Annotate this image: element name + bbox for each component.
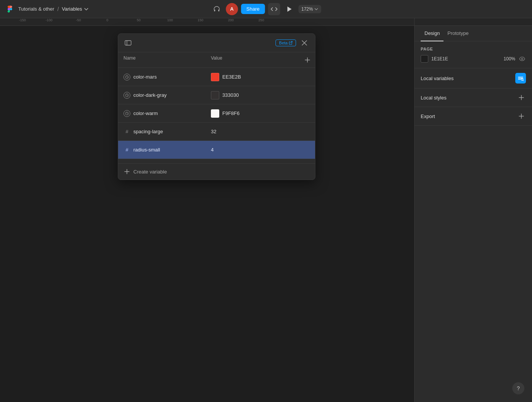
local-styles-add-button[interactable]	[517, 93, 526, 102]
variable-name: color-warm	[133, 110, 158, 116]
create-variable-plus-icon	[124, 168, 130, 175]
row-value-cell: 4	[206, 147, 300, 153]
ruler-container: -150 -100 -50 0 50 100 150 200 250	[0, 18, 532, 26]
modal-header-right: Beta	[276, 38, 310, 48]
visibility-icon[interactable]	[518, 55, 526, 63]
variables-icon	[518, 76, 524, 81]
ruler-mark: 150	[198, 18, 203, 22]
help-label: ?	[517, 385, 520, 391]
zoom-button[interactable]: 172%	[298, 5, 321, 13]
color-swatch[interactable]	[211, 91, 219, 99]
play-icon	[287, 6, 292, 12]
plus-icon	[305, 57, 310, 63]
page-color-swatch[interactable]	[421, 55, 428, 63]
ruler-mark: 100	[167, 18, 173, 22]
chevron-down-icon	[84, 6, 89, 12]
ruler-mark: -100	[46, 18, 52, 22]
variable-name: color-dark-gray	[133, 92, 166, 98]
page-color-opacity[interactable]: 100%	[504, 56, 515, 61]
col-value-header: Value	[206, 55, 300, 65]
page-title: Variables	[62, 6, 82, 12]
color-variable-icon	[124, 92, 130, 99]
table-row[interactable]: # spacing-large 32	[118, 123, 315, 141]
svg-rect-1	[218, 9, 219, 11]
row-value-cell: 333030	[206, 91, 300, 99]
share-button[interactable]: Share	[241, 4, 265, 14]
topbar: Tutorials & other / Variables A Share	[0, 0, 532, 18]
svg-rect-2	[125, 41, 131, 45]
ruler-mark: 50	[137, 18, 141, 22]
number-variable-icon: #	[124, 147, 130, 153]
variable-value: F9F8F6	[222, 110, 240, 116]
local-variables-button[interactable]	[515, 73, 526, 84]
headphone-button[interactable]	[211, 3, 223, 15]
topbar-left: Tutorials & other / Variables	[5, 4, 89, 14]
color-swatch[interactable]	[211, 73, 219, 81]
export-add-button[interactable]	[517, 112, 526, 121]
beta-badge[interactable]: Beta	[276, 39, 296, 46]
table-header: Name Value	[118, 52, 315, 68]
svg-point-7	[521, 58, 523, 60]
export-section: Export	[415, 107, 532, 126]
row-name-cell: # radius-small	[118, 147, 206, 153]
modal-header: Beta	[118, 34, 315, 52]
local-styles-section: Local styles	[415, 88, 532, 107]
ruler: -150 -100 -50 0 50 100 150 200 250	[0, 18, 414, 26]
row-name-cell: color-warm	[118, 110, 206, 117]
modal-close-button[interactable]	[299, 38, 310, 48]
plus-icon	[519, 95, 524, 100]
headphone-icon	[213, 5, 220, 13]
play-button[interactable]	[283, 3, 295, 15]
ruler-mark: -50	[76, 18, 81, 22]
variable-name: color-mars	[133, 74, 157, 80]
sidebar-icon	[125, 40, 131, 46]
variable-value: 4	[211, 147, 214, 153]
table-row[interactable]: # radius-small 4	[118, 141, 315, 159]
breadcrumb-project[interactable]: Tutorials & other	[18, 6, 54, 12]
row-name-cell: color-mars	[118, 74, 206, 80]
ruler-mark: 250	[258, 18, 264, 22]
page-section: Page 1E1E1E 100%	[415, 41, 532, 68]
table-row[interactable]: color-warm F9F8F6	[118, 104, 315, 123]
local-variables-section: Local variables	[415, 68, 532, 88]
tab-prototype[interactable]: Prototype	[443, 26, 472, 41]
plus-icon	[519, 114, 524, 119]
variables-modal: Beta Name Value	[118, 33, 315, 180]
modal-header-left	[124, 38, 133, 47]
spacer-row	[118, 159, 315, 164]
col-action-header	[300, 55, 315, 65]
variable-name: radius-small	[133, 147, 160, 153]
code-button[interactable]	[268, 3, 280, 15]
row-name-cell: # spacing-large	[118, 128, 206, 135]
row-value-cell: EE3E2B	[206, 73, 300, 81]
table-row[interactable]: color-mars EE3E2B	[118, 68, 315, 86]
ruler-side	[414, 18, 532, 26]
canvas[interactable]: Beta Name Value	[0, 26, 414, 402]
svg-rect-0	[214, 9, 215, 11]
table-row[interactable]: color-dark-gray 333030	[118, 86, 315, 104]
color-swatch[interactable]	[211, 109, 219, 118]
row-name-cell: color-dark-gray	[118, 92, 206, 99]
help-button[interactable]: ?	[512, 382, 524, 394]
external-link-icon	[289, 41, 293, 45]
create-variable-row[interactable]: Create variable	[118, 164, 315, 180]
add-variable-button[interactable]	[303, 55, 312, 65]
figma-logo[interactable]	[5, 4, 15, 14]
zoom-level: 172%	[301, 6, 313, 12]
row-value-cell: 32	[206, 129, 300, 134]
page-color-row: 1E1E1E 100%	[421, 55, 526, 63]
page-color-hex[interactable]: 1E1E1E	[431, 56, 500, 61]
zoom-chevron-icon	[315, 7, 318, 11]
ruler-mark: 200	[228, 18, 234, 22]
sidebar-toggle-button[interactable]	[124, 38, 133, 47]
number-variable-icon: #	[124, 128, 130, 135]
topbar-center: A Share 172%	[211, 3, 321, 15]
topbar-title[interactable]: Variables	[62, 6, 89, 12]
local-variables-title: Local variables	[421, 76, 454, 81]
avatar[interactable]: A	[226, 3, 238, 15]
tab-design[interactable]: Design	[421, 26, 443, 41]
close-icon	[302, 40, 307, 46]
ruler-mark: 0	[106, 18, 108, 22]
code-icon	[271, 6, 277, 12]
variable-value: EE3E2B	[222, 74, 241, 80]
